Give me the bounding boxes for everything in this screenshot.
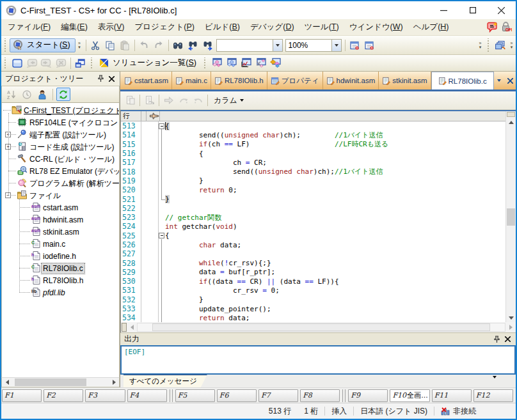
code-line-521[interactable]: 521}: [121, 194, 505, 203]
menu-ファイル(F)[interactable]: ファイル(F): [3, 19, 56, 35]
code-line-523[interactable]: 523// getchar関数: [121, 213, 505, 222]
code-line-517[interactable]: 517 ch = CR;: [121, 158, 505, 167]
code-line-532[interactable]: 532 }: [121, 295, 505, 304]
fkey-F9[interactable]: F9: [348, 389, 388, 402]
minimize-button[interactable]: [429, 1, 458, 19]
tab-close-button[interactable]: [505, 72, 516, 89]
sync-selection-button[interactable]: [56, 88, 70, 101]
nav-stop-button[interactable]: [54, 56, 68, 70]
close-button[interactable]: [487, 1, 516, 19]
toolbar-grip[interactable]: [90, 58, 95, 69]
tab-RL78IOlib.h[interactable]: RL78IOlib.h: [211, 72, 267, 89]
fold-margin[interactable]: [159, 130, 165, 139]
fkey-F11[interactable]: F11: [432, 389, 472, 402]
editor-vscroll-track[interactable]: [506, 127, 516, 313]
sort-time-button[interactable]: [20, 88, 34, 101]
code-line-533[interactable]: 533 update_pointer();: [121, 304, 505, 313]
menu-ツール(T)[interactable]: ツール(T): [299, 19, 344, 35]
fold-margin[interactable]: [159, 295, 165, 304]
menu-編集(E)[interactable]: 編集(E): [56, 19, 93, 35]
find-next-button[interactable]: [200, 38, 215, 52]
toolbar-grip[interactable]: [486, 38, 491, 51]
copy-button[interactable]: [103, 38, 118, 52]
tree-item-端子配置 (設計ツール)[interactable]: +端子配置 (設計ツール): [2, 128, 119, 141]
code-line-516[interactable]: 516 {: [121, 149, 505, 158]
tab-stkinit.asm[interactable]: stkinit.asm: [379, 72, 431, 89]
tab-all-messages[interactable]: すべてのメッセージ: [123, 375, 207, 387]
code-line-531[interactable]: 531 cr_rsv = 0;: [121, 286, 505, 295]
cascade-windows-button[interactable]: [493, 38, 507, 52]
editor-hscroll-thumb[interactable]: [152, 323, 490, 331]
close-panel-button[interactable]: [502, 334, 513, 345]
scroll-right-icon[interactable]: [109, 378, 119, 387]
user-category-button[interactable]: [35, 88, 49, 101]
fkey-F6[interactable]: F6: [217, 389, 257, 402]
fold-margin[interactable]: [159, 222, 165, 231]
ed-undo-button[interactable]: [191, 93, 205, 107]
notification-balloon-icon[interactable]: [487, 22, 498, 33]
memory-window-button[interactable]: [362, 38, 377, 52]
pin-panel-button[interactable]: [491, 334, 502, 345]
tree-hscrollbar[interactable]: [1, 377, 120, 387]
scroll-right-icon[interactable]: [505, 322, 516, 332]
ed-redo-button[interactable]: [176, 93, 191, 107]
undo-button[interactable]: [137, 38, 152, 52]
editor-vscroll-thumb[interactable]: [507, 208, 515, 225]
paste-button[interactable]: [118, 38, 132, 52]
fold-margin[interactable]: [159, 121, 165, 130]
variables-window-button[interactable]: [268, 56, 283, 70]
code-line-515[interactable]: 515 if(ch == LF) //LF時CRも送る: [121, 140, 505, 149]
menu-ウインドウ(W)[interactable]: ウインドウ(W): [344, 19, 408, 35]
fold-collapse-icon[interactable]: [159, 123, 164, 129]
fold-margin[interactable]: [159, 140, 165, 149]
fold-margin[interactable]: [159, 249, 165, 258]
tree-item-CC-RL (ビルド・ツール)[interactable]: CC-RL (ビルド・ツール): [2, 153, 119, 165]
nav-forward-button[interactable]: [39, 56, 54, 70]
fold-margin[interactable]: [159, 213, 165, 222]
fkey-F1[interactable]: F1: [2, 389, 42, 402]
fold-margin[interactable]: [159, 240, 165, 249]
fold-margin[interactable]: [159, 158, 165, 167]
tab-list-dropdown[interactable]: [494, 72, 505, 89]
fold-margin[interactable]: [159, 268, 165, 277]
tree-item-コード生成 (設計ツール)[interactable]: +Cコード生成 (設計ツール): [2, 141, 119, 153]
close-panel-button[interactable]: [106, 74, 117, 84]
start-button[interactable]: スタート(S): [10, 38, 76, 52]
pin-panel-button[interactable]: [95, 74, 106, 84]
code-line-519[interactable]: 519 }: [121, 176, 505, 185]
code-line-528[interactable]: 528 while(!cr_rsv){;}: [121, 258, 505, 267]
solution-list-button[interactable]: ソリューション一覧(S): [96, 56, 201, 70]
code-line-514[interactable]: 514 send((unsigned char)ch); //1バイト送信: [121, 130, 505, 139]
snippet-window-button[interactable]: [253, 56, 268, 70]
chart-window-button[interactable]: [239, 56, 253, 70]
tab-プロパティ[interactable]: プロパティ: [267, 72, 323, 89]
code-line-529[interactable]: 529 data = buf[r_ptr];: [121, 268, 505, 277]
code-line-526[interactable]: 526 char data;: [121, 240, 505, 249]
editor-hscroll-track[interactable]: [137, 323, 505, 332]
fold-margin[interactable]: [159, 176, 165, 185]
menu-ビルド(B)[interactable]: ビルド(B): [200, 19, 245, 35]
column-mode-button[interactable]: カラム: [210, 93, 248, 107]
doc-mixed-button[interactable]: [123, 93, 138, 107]
menu-プロジェクト(P)[interactable]: プロジェクト(P): [130, 19, 200, 35]
editor-vscrollbar[interactable]: [505, 111, 516, 322]
scroll-left-icon[interactable]: [2, 378, 12, 387]
code-line-524[interactable]: 524int getchar(void): [121, 222, 505, 231]
split-handle[interactable]: [507, 112, 515, 117]
dropdown-arrow-icon[interactable]: [273, 40, 282, 51]
fold-margin[interactable]: [159, 185, 165, 194]
code-line-534[interactable]: 534 return data;: [121, 313, 505, 322]
cut-button[interactable]: [88, 38, 103, 52]
tree-item-R5F104LE (マイクロコントロー[interactable]: R5F104LE (マイクロコントロー: [2, 116, 119, 128]
menu-ヘルプ(H)[interactable]: ヘルプ(H): [408, 19, 454, 35]
fold-collapse-icon[interactable]: [159, 233, 164, 238]
fkey-F7[interactable]: F7: [258, 389, 298, 402]
toolbar-grip[interactable]: [3, 38, 8, 51]
code-line-522[interactable]: 522: [121, 204, 505, 213]
doc-jump-button[interactable]: [142, 93, 157, 107]
fkey-F12[interactable]: F12: [473, 389, 513, 402]
toolbar-overflow-button[interactable]: »▾: [476, 38, 484, 52]
fold-margin[interactable]: [159, 313, 165, 322]
fold-margin[interactable]: [159, 194, 165, 203]
jump-address-button[interactable]: [161, 93, 176, 107]
